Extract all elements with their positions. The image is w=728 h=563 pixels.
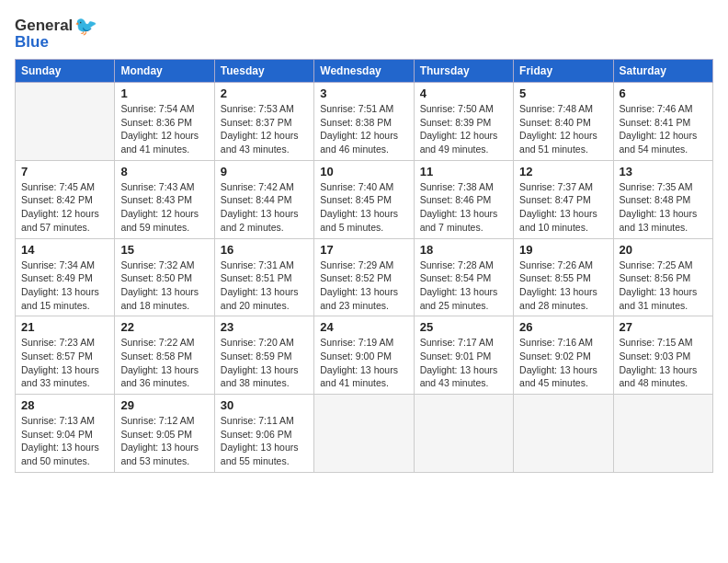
day-number: 1 [120,86,208,100]
calendar-cell: 16Sunrise: 7:31 AM Sunset: 8:51 PM Dayli… [214,238,313,316]
day-number: 13 [620,165,707,178]
logo-blue: Blue [15,33,49,52]
calendar-cell: 23Sunrise: 7:20 AM Sunset: 8:59 PM Dayli… [214,316,313,395]
calendar-cell: 11Sunrise: 7:38 AM Sunset: 8:46 PM Dayli… [414,160,513,238]
calendar-cell: 5Sunrise: 7:48 AM Sunset: 8:40 PM Daylig… [514,83,613,161]
calendar-cell: 9Sunrise: 7:42 AM Sunset: 8:44 PM Daylig… [214,160,313,238]
day-number: 30 [221,398,308,412]
calendar: SundayMondayTuesdayWednesdayThursdayFrid… [15,59,713,473]
day-info: Sunrise: 7:46 AM Sunset: 8:41 PM Dayligh… [620,102,707,156]
day-info: Sunrise: 7:50 AM Sunset: 8:39 PM Dayligh… [420,102,507,156]
day-info: Sunrise: 7:43 AM Sunset: 8:43 PM Dayligh… [120,180,208,235]
calendar-header-friday: Friday [514,60,613,83]
day-number: 17 [320,243,407,257]
day-info: Sunrise: 7:11 AM Sunset: 9:06 PM Dayligh… [221,414,308,468]
calendar-cell: 26Sunrise: 7:16 AM Sunset: 9:02 PM Dayli… [514,316,613,395]
day-info: Sunrise: 7:31 AM Sunset: 8:51 PM Dayligh… [221,259,308,313]
day-info: Sunrise: 7:16 AM Sunset: 9:02 PM Dayligh… [519,336,607,390]
day-info: Sunrise: 7:17 AM Sunset: 9:01 PM Dayligh… [420,336,507,390]
day-info: Sunrise: 7:53 AM Sunset: 8:37 PM Dayligh… [221,102,308,156]
calendar-cell: 10Sunrise: 7:40 AM Sunset: 8:45 PM Dayli… [314,160,414,238]
day-info: Sunrise: 7:19 AM Sunset: 9:00 PM Dayligh… [320,336,407,390]
calendar-header-saturday: Saturday [613,60,712,83]
day-number: 15 [120,243,208,257]
day-number: 9 [221,165,308,178]
calendar-cell: 20Sunrise: 7:25 AM Sunset: 8:56 PM Dayli… [613,238,712,316]
day-info: Sunrise: 7:13 AM Sunset: 9:04 PM Dayligh… [21,414,108,468]
calendar-week-4: 21Sunrise: 7:23 AM Sunset: 8:57 PM Dayli… [16,316,713,395]
day-number: 6 [620,86,707,100]
day-number: 7 [21,165,108,178]
day-info: Sunrise: 7:28 AM Sunset: 8:54 PM Dayligh… [420,259,507,313]
calendar-cell: 22Sunrise: 7:22 AM Sunset: 8:58 PM Dayli… [115,316,214,395]
day-number: 8 [120,165,208,178]
day-number: 29 [120,398,208,412]
calendar-header-tuesday: Tuesday [214,60,313,83]
calendar-cell [514,395,613,473]
calendar-cell: 1Sunrise: 7:54 AM Sunset: 8:36 PM Daylig… [115,83,214,161]
day-info: Sunrise: 7:15 AM Sunset: 9:03 PM Dayligh… [620,336,707,390]
day-number: 11 [420,165,507,178]
calendar-cell: 18Sunrise: 7:28 AM Sunset: 8:54 PM Dayli… [414,238,513,316]
calendar-cell: 27Sunrise: 7:15 AM Sunset: 9:03 PM Dayli… [613,316,712,395]
calendar-cell: 17Sunrise: 7:29 AM Sunset: 8:52 PM Dayli… [314,238,414,316]
logo: General 🐦 Blue [15,15,97,52]
day-number: 14 [21,243,108,257]
day-number: 5 [519,86,607,100]
calendar-week-5: 28Sunrise: 7:13 AM Sunset: 9:04 PM Dayli… [16,395,713,473]
day-info: Sunrise: 7:25 AM Sunset: 8:56 PM Dayligh… [620,259,707,313]
calendar-cell: 6Sunrise: 7:46 AM Sunset: 8:41 PM Daylig… [613,83,712,161]
day-info: Sunrise: 7:23 AM Sunset: 8:57 PM Dayligh… [21,336,108,390]
calendar-cell: 25Sunrise: 7:17 AM Sunset: 9:01 PM Dayli… [414,316,513,395]
day-info: Sunrise: 7:22 AM Sunset: 8:58 PM Dayligh… [120,336,208,390]
day-info: Sunrise: 7:51 AM Sunset: 8:38 PM Dayligh… [320,102,407,156]
day-info: Sunrise: 7:26 AM Sunset: 8:55 PM Dayligh… [519,259,607,313]
calendar-cell: 3Sunrise: 7:51 AM Sunset: 8:38 PM Daylig… [314,83,414,161]
calendar-week-2: 7Sunrise: 7:45 AM Sunset: 8:42 PM Daylig… [16,160,713,238]
calendar-week-3: 14Sunrise: 7:34 AM Sunset: 8:49 PM Dayli… [16,238,713,316]
day-info: Sunrise: 7:42 AM Sunset: 8:44 PM Dayligh… [221,180,308,235]
calendar-cell: 7Sunrise: 7:45 AM Sunset: 8:42 PM Daylig… [16,160,115,238]
logo-general: General [15,17,73,35]
day-number: 28 [21,398,108,412]
day-info: Sunrise: 7:20 AM Sunset: 8:59 PM Dayligh… [221,336,308,390]
day-number: 24 [320,320,407,334]
calendar-cell: 12Sunrise: 7:37 AM Sunset: 8:47 PM Dayli… [514,160,613,238]
day-number: 20 [620,243,707,257]
day-number: 3 [320,86,407,100]
calendar-cell [613,395,712,473]
day-number: 23 [221,320,308,334]
day-info: Sunrise: 7:34 AM Sunset: 8:49 PM Dayligh… [21,259,108,313]
calendar-header-wednesday: Wednesday [314,60,414,83]
day-info: Sunrise: 7:38 AM Sunset: 8:46 PM Dayligh… [420,180,507,235]
day-number: 18 [420,243,507,257]
calendar-cell: 21Sunrise: 7:23 AM Sunset: 8:57 PM Dayli… [16,316,115,395]
calendar-cell: 14Sunrise: 7:34 AM Sunset: 8:49 PM Dayli… [16,238,115,316]
calendar-cell: 30Sunrise: 7:11 AM Sunset: 9:06 PM Dayli… [214,395,313,473]
day-info: Sunrise: 7:37 AM Sunset: 8:47 PM Dayligh… [519,180,607,235]
calendar-cell: 15Sunrise: 7:32 AM Sunset: 8:50 PM Dayli… [115,238,214,316]
calendar-header-row: SundayMondayTuesdayWednesdayThursdayFrid… [16,60,713,83]
calendar-header-sunday: Sunday [16,60,115,83]
day-number: 25 [420,320,507,334]
day-number: 16 [221,243,308,257]
day-number: 27 [620,320,707,334]
day-number: 21 [21,320,108,334]
calendar-cell: 29Sunrise: 7:12 AM Sunset: 9:05 PM Dayli… [115,395,214,473]
calendar-week-1: 1Sunrise: 7:54 AM Sunset: 8:36 PM Daylig… [16,83,713,161]
calendar-cell [414,395,513,473]
calendar-cell: 2Sunrise: 7:53 AM Sunset: 8:37 PM Daylig… [214,83,313,161]
day-info: Sunrise: 7:40 AM Sunset: 8:45 PM Dayligh… [320,180,407,235]
calendar-cell: 28Sunrise: 7:13 AM Sunset: 9:04 PM Dayli… [16,395,115,473]
calendar-cell: 24Sunrise: 7:19 AM Sunset: 9:00 PM Dayli… [314,316,414,395]
day-number: 2 [221,86,308,100]
calendar-cell: 19Sunrise: 7:26 AM Sunset: 8:55 PM Dayli… [514,238,613,316]
day-info: Sunrise: 7:35 AM Sunset: 8:48 PM Dayligh… [620,180,707,235]
calendar-header-monday: Monday [115,60,214,83]
calendar-cell [314,395,414,473]
day-info: Sunrise: 7:12 AM Sunset: 9:05 PM Dayligh… [120,414,208,468]
calendar-cell: 13Sunrise: 7:35 AM Sunset: 8:48 PM Dayli… [613,160,712,238]
calendar-cell: 4Sunrise: 7:50 AM Sunset: 8:39 PM Daylig… [414,83,513,161]
day-info: Sunrise: 7:29 AM Sunset: 8:52 PM Dayligh… [320,259,407,313]
day-number: 12 [519,165,607,178]
